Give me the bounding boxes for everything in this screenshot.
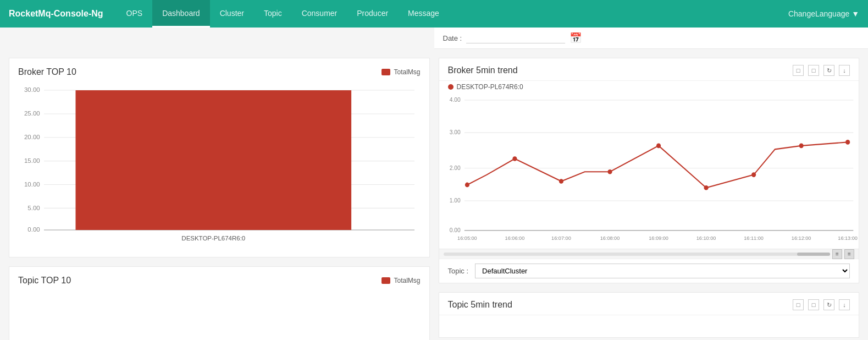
topic-trend-actions: □ □ ↻ ↓ xyxy=(793,299,850,310)
navbar-item-topic[interactable]: Topic xyxy=(254,0,292,28)
calendar-icon[interactable]: 📅 xyxy=(570,32,582,44)
svg-text:5.00: 5.00 xyxy=(27,204,40,211)
broker-trend-action-collapse[interactable]: □ xyxy=(808,65,819,76)
topic-trend-action-download[interactable]: ↓ xyxy=(839,299,850,310)
panel-right: Broker 5min trend □ □ ↻ ↓ DESKTOP-PL674R… xyxy=(439,58,860,340)
topic-top10-legend-label: TotalMsg xyxy=(394,277,420,284)
navbar-brand: RocketMq-Console-Ng xyxy=(9,9,103,19)
svg-text:0.00: 0.00 xyxy=(27,226,40,233)
svg-text:30.00: 30.00 xyxy=(24,86,40,93)
broker-trend-header: Broker 5min trend □ □ ↻ ↓ xyxy=(439,58,859,81)
broker-top10-card: Broker TOP 10 TotalMsg 30.00 25.00 20.00… xyxy=(9,58,430,257)
topic-top10-card: Topic TOP 10 TotalMsg xyxy=(9,266,430,340)
broker-scrollbar-thumb[interactable] xyxy=(797,253,830,256)
svg-text:20.00: 20.00 xyxy=(24,133,40,140)
svg-text:DESKTOP-PL674R6:0: DESKTOP-PL674R6:0 xyxy=(181,234,245,242)
topic-trend-header: Topic 5min trend □ □ ↻ ↓ xyxy=(439,293,859,315)
topic-top10-legend-dot xyxy=(382,277,390,284)
broker-trend-title: Broker 5min trend xyxy=(448,65,518,75)
broker-trend-point xyxy=(751,172,756,177)
topic-trend-title: Topic 5min trend xyxy=(448,300,512,310)
broker-trend-point xyxy=(799,144,803,149)
navbar-items: OPS Dashboard Cluster Topic Consumer Pro… xyxy=(117,0,788,28)
svg-text:16:05:00: 16:05:00 xyxy=(457,235,477,241)
topic-select[interactable]: DefaultCluster xyxy=(475,264,850,278)
navbar-item-message[interactable]: Message xyxy=(398,0,449,28)
topic-trend-action-expand[interactable]: □ xyxy=(793,299,804,310)
broker-top10-legend: TotalMsg xyxy=(382,68,420,76)
topic-trend-action-refresh[interactable]: ↻ xyxy=(823,299,834,310)
broker-trend-legend: DESKTOP-PL674R6:0 xyxy=(439,81,859,93)
broker-top10-chart: 30.00 25.00 20.00 15.00 10.00 5.00 0.00 … xyxy=(18,81,421,246)
topic-trend-empty xyxy=(439,315,859,337)
topic-top10-header: Topic TOP 10 TotalMsg xyxy=(18,276,421,286)
broker-trend-chart: 4.00 3.00 2.00 1.00 0.00 16:05:00 16:06:… xyxy=(439,93,859,247)
broker-top10-legend-label: TotalMsg xyxy=(394,68,420,76)
broker-trend-point xyxy=(656,144,660,149)
navbar-item-cluster[interactable]: Cluster xyxy=(210,0,254,28)
svg-text:15.00: 15.00 xyxy=(24,157,40,164)
broker-top10-title: Broker TOP 10 xyxy=(18,67,76,77)
svg-text:16:08:00: 16:08:00 xyxy=(600,235,620,241)
broker-trend-action-download[interactable]: ↓ xyxy=(839,65,850,76)
svg-text:4.00: 4.00 xyxy=(449,97,460,103)
svg-text:2.00: 2.00 xyxy=(449,165,460,171)
topic-top10-title: Topic TOP 10 xyxy=(18,276,71,286)
broker-trend-point xyxy=(704,185,708,190)
navbar-item-dashboard[interactable]: Dashboard xyxy=(152,0,210,28)
svg-text:25.00: 25.00 xyxy=(24,109,40,117)
broker-scroll-left[interactable]: ≡ xyxy=(832,249,842,259)
broker-trend-line xyxy=(467,142,847,188)
navbar-item-ops[interactable]: OPS xyxy=(117,0,153,28)
broker-trend-action-expand[interactable]: □ xyxy=(793,65,804,76)
main-content: Broker TOP 10 TotalMsg 30.00 25.00 20.00… xyxy=(0,49,868,340)
broker-trend-point xyxy=(607,169,612,174)
navbar-item-consumer[interactable]: Consumer xyxy=(292,0,347,28)
svg-text:10.00: 10.00 xyxy=(24,180,40,188)
panel-left: Broker TOP 10 TotalMsg 30.00 25.00 20.00… xyxy=(9,58,430,340)
svg-text:16:07:00: 16:07:00 xyxy=(551,235,571,241)
navbar: RocketMq-Console-Ng OPS Dashboard Cluste… xyxy=(0,0,868,28)
topic-top10-empty xyxy=(18,290,421,334)
svg-text:1.00: 1.00 xyxy=(449,198,460,204)
broker-scroll-right[interactable]: ≡ xyxy=(844,249,854,259)
svg-text:16:10:00: 16:10:00 xyxy=(696,235,716,241)
date-input[interactable] xyxy=(466,32,565,43)
svg-text:16:13:00: 16:13:00 xyxy=(838,235,858,241)
svg-text:16:09:00: 16:09:00 xyxy=(649,235,668,241)
broker-scrollbar-track[interactable] xyxy=(444,253,831,256)
broker-trend-point xyxy=(465,183,469,188)
svg-text:3.00: 3.00 xyxy=(449,129,460,135)
svg-text:16:12:00: 16:12:00 xyxy=(791,235,811,241)
navbar-right: ChangeLanguage ▼ xyxy=(788,9,859,18)
broker-trend-card: Broker 5min trend □ □ ↻ ↓ DESKTOP-PL674R… xyxy=(439,58,860,283)
broker-trend-actions: □ □ ↻ ↓ xyxy=(793,65,850,76)
topic-trend-card: Topic 5min trend □ □ ↻ ↓ xyxy=(439,292,860,338)
broker-bar xyxy=(76,90,352,230)
svg-text:16:06:00: 16:06:00 xyxy=(505,235,524,241)
navbar-item-producer[interactable]: Producer xyxy=(347,0,398,28)
broker-top10-header: Broker TOP 10 TotalMsg xyxy=(18,67,421,77)
topic-top10-legend: TotalMsg xyxy=(382,277,420,284)
broker-trend-legend-label: DESKTOP-PL674R6:0 xyxy=(457,83,523,91)
topic-filter-row: Topic : DefaultCluster xyxy=(439,259,859,283)
date-label: Date : xyxy=(443,34,462,42)
topic-filter-label: Topic : xyxy=(448,267,469,275)
broker-trend-scrollbar: ≡ ≡ xyxy=(439,249,859,259)
topic-trend-action-collapse[interactable]: □ xyxy=(808,299,819,310)
svg-text:0.00: 0.00 xyxy=(449,227,460,233)
broker-trend-legend-dot xyxy=(448,84,454,90)
broker-trend-action-refresh[interactable]: ↻ xyxy=(823,65,834,76)
broker-top10-legend-dot xyxy=(382,69,390,75)
broker-trend-point xyxy=(512,156,517,161)
broker-trend-point xyxy=(845,140,850,145)
broker-trend-point xyxy=(559,179,563,184)
change-language-button[interactable]: ChangeLanguage ▼ xyxy=(788,9,859,18)
svg-text:16:11:00: 16:11:00 xyxy=(744,235,764,241)
